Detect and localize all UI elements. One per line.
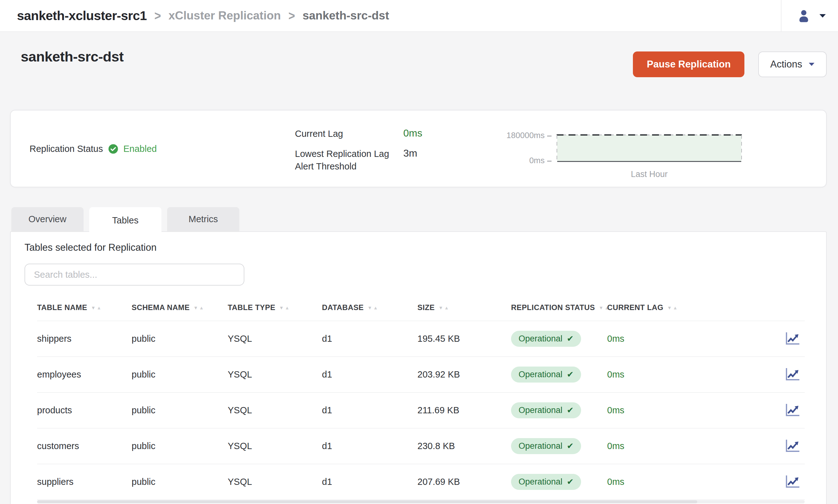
badge-check-icon: ✔ [567, 334, 574, 344]
replication-tables-table: TABLE NAME ▼▲ SCHEMA NAME ▼▲ TABLE TYPE … [37, 294, 805, 503]
lag-series-line [557, 161, 741, 162]
column-header-schema-name[interactable]: SCHEMA NAME ▼▲ [132, 303, 228, 312]
column-header-table-name[interactable]: TABLE NAME ▼▲ [37, 303, 132, 312]
breadcrumb-xcluster-link[interactable]: xCluster Replication [168, 9, 281, 22]
axis-tick [547, 136, 552, 137]
tab-metrics[interactable]: Metrics [167, 207, 239, 231]
current-lag-value: 0ms [403, 127, 422, 139]
cell-table-type: YSQL [228, 405, 322, 415]
status-badge: Operational✔ [511, 402, 581, 418]
chart-y-min-label: 0ms [467, 156, 552, 165]
lag-threshold-value: 3m [403, 147, 417, 159]
tab-overview[interactable]: Overview [11, 207, 84, 231]
lag-threshold-label-line2: Alert Threshold [295, 160, 389, 173]
lag-chart-plot-area [557, 135, 741, 162]
tab-tables[interactable]: Tables [89, 207, 161, 233]
status-badge: Operational✔ [511, 474, 581, 490]
lag-threshold-label: Lowest Replication Lag Alert Threshold [295, 147, 389, 173]
cell-current-lag: 0ms [607, 405, 746, 415]
search-tables-input[interactable] [24, 264, 244, 286]
tab-bar: Overview Tables Metrics [11, 207, 239, 233]
cell-current-lag: 0ms [607, 334, 746, 344]
column-header-table-type[interactable]: TABLE TYPE ▼▲ [228, 303, 322, 312]
cell-size: 211.69 KB [417, 405, 511, 415]
lag-threshold-label-line1: Lowest Replication Lag [295, 147, 389, 160]
cell-schema-name: public [132, 441, 228, 451]
cell-schema-name: public [132, 477, 228, 487]
cell-current-lag: 0ms [607, 441, 746, 451]
cell-database: d1 [322, 334, 417, 344]
cell-size: 207.69 KB [417, 477, 511, 487]
tables-panel: Tables selected for Replication TABLE NA… [10, 231, 827, 504]
actions-button[interactable]: Actions [758, 52, 827, 77]
chart-y-max-label: 180000ms [467, 130, 552, 140]
status-badge: Operational✔ [511, 366, 581, 382]
table-row-shippers: shippers public YSQL d1 195.45 KB Operat… [37, 321, 805, 357]
actions-button-label: Actions [770, 59, 802, 70]
lag-graph-icon[interactable] [784, 439, 805, 453]
breadcrumb: sanketh-xcluster-src1 > xCluster Replica… [17, 8, 781, 23]
current-lag-label: Current Lag [295, 129, 343, 139]
cell-table-name: suppliers [37, 477, 132, 487]
breadcrumb-universe-link[interactable]: sanketh-xcluster-src1 [17, 8, 147, 23]
breadcrumb-separator-icon: > [288, 8, 295, 23]
status-badge: Operational✔ [511, 331, 581, 347]
cell-schema-name: public [132, 334, 228, 344]
table-row-suppliers: suppliers public YSQL d1 207.69 KB Opera… [37, 464, 805, 500]
pause-replication-button[interactable]: Pause Replication [633, 52, 745, 77]
replication-status-label: Replication Status [30, 144, 103, 154]
cell-table-name: employees [37, 370, 132, 380]
table-header-row: TABLE NAME ▼▲ SCHEMA NAME ▼▲ TABLE TYPE … [37, 294, 805, 321]
badge-check-icon: ✔ [567, 406, 574, 415]
cell-schema-name: public [132, 370, 228, 380]
user-menu-caret-icon[interactable] [819, 14, 826, 18]
cell-table-name: products [37, 405, 132, 415]
scrollbar-thumb[interactable] [37, 500, 697, 503]
cell-table-type: YSQL [228, 477, 322, 487]
user-menu-area [781, 0, 826, 31]
sort-icon[interactable]: ▼▲ [438, 305, 449, 310]
breadcrumb-current-page: sanketh-src-dst [302, 9, 389, 22]
panel-title: Tables selected for Replication [24, 242, 156, 253]
sort-icon[interactable]: ▼▲ [91, 305, 102, 310]
replication-status-row: Replication Status Enabled [30, 144, 157, 154]
sort-icon[interactable]: ▼▲ [367, 305, 378, 310]
plot-border-left [557, 135, 557, 162]
replication-status-value: Enabled [123, 144, 157, 154]
replication-status-card: Replication Status Enabled Current Lag 0… [10, 110, 827, 187]
horizontal-scrollbar[interactable] [37, 500, 805, 503]
badge-check-icon: ✔ [567, 370, 574, 379]
page-actions: Pause Replication Actions [633, 52, 827, 77]
column-header-replication-status[interactable]: REPLICATION STATUS ▼▲ [511, 303, 607, 312]
cell-table-name: shippers [37, 334, 132, 344]
axis-tick [547, 161, 552, 162]
cell-database: d1 [322, 477, 417, 487]
table-row-products: products public YSQL d1 211.69 KB Operat… [37, 393, 805, 428]
cell-current-lag: 0ms [607, 477, 746, 487]
sort-icon[interactable]: ▼▲ [279, 305, 290, 310]
lag-graph-icon[interactable] [784, 403, 805, 418]
sort-icon[interactable]: ▼▲ [667, 305, 678, 310]
cell-schema-name: public [132, 405, 228, 415]
threshold-dashed-line [557, 134, 742, 136]
column-header-database[interactable]: DATABASE ▼▲ [322, 303, 417, 312]
column-header-current-lag[interactable]: CURRENT LAG ▼▲ [607, 303, 746, 312]
cell-size: 195.45 KB [417, 334, 511, 344]
status-badge: Operational✔ [511, 438, 581, 454]
user-profile-icon[interactable] [797, 8, 811, 23]
cell-table-type: YSQL [228, 370, 322, 380]
sort-icon[interactable]: ▼▲ [193, 305, 204, 310]
enabled-check-icon [108, 144, 118, 154]
page-title: sanketh-src-dst [21, 49, 124, 65]
cell-database: d1 [322, 370, 417, 380]
table-row-employees: employees public YSQL d1 203.92 KB Opera… [37, 357, 805, 393]
lag-graph-icon[interactable] [784, 332, 805, 346]
column-header-size[interactable]: SIZE ▼▲ [417, 303, 511, 312]
cell-current-lag: 0ms [607, 370, 746, 380]
cell-table-name: customers [37, 441, 132, 451]
lag-graph-icon[interactable] [784, 475, 805, 489]
actions-caret-icon [808, 62, 815, 66]
badge-check-icon: ✔ [567, 441, 574, 451]
badge-check-icon: ✔ [567, 477, 574, 487]
lag-graph-icon[interactable] [784, 367, 805, 382]
